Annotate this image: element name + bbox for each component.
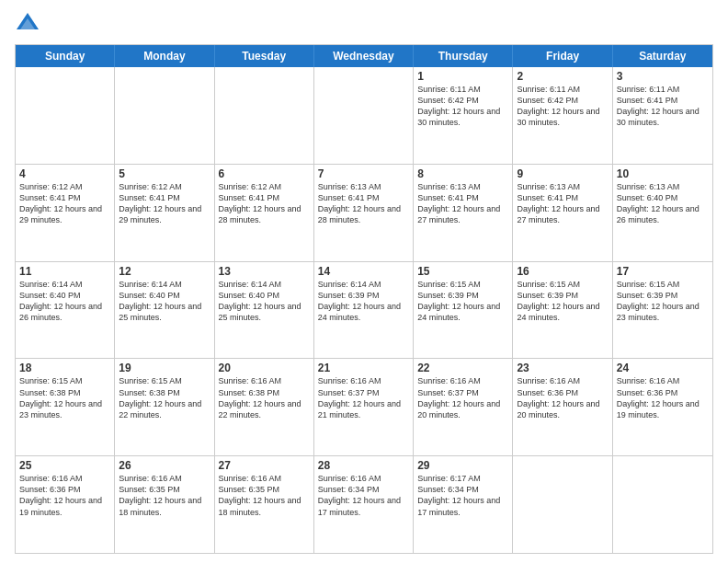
day-number: 5 [119, 167, 210, 180]
day-number: 22 [417, 362, 508, 374]
calendar-week-3: 11Sunrise: 6:14 AM Sunset: 6:40 PM Dayli… [16, 261, 712, 359]
calendar-day-14: 14Sunrise: 6:14 AM Sunset: 6:39 PM Dayli… [314, 262, 414, 359]
calendar-empty-cell [215, 67, 314, 164]
day-info: Sunrise: 6:16 AM Sunset: 6:35 PM Dayligh… [119, 473, 210, 518]
day-info: Sunrise: 6:15 AM Sunset: 6:39 PM Dayligh… [417, 279, 508, 324]
calendar-week-4: 18Sunrise: 6:15 AM Sunset: 6:38 PM Dayli… [16, 358, 712, 455]
day-number: 20 [219, 362, 310, 374]
day-info: Sunrise: 6:16 AM Sunset: 6:36 PM Dayligh… [517, 375, 608, 420]
day-number: 15 [417, 265, 508, 278]
day-info: Sunrise: 6:14 AM Sunset: 6:40 PM Dayligh… [19, 279, 110, 324]
day-number: 13 [219, 265, 310, 278]
day-number: 25 [19, 459, 110, 472]
calendar-day-21: 21Sunrise: 6:16 AM Sunset: 6:37 PM Dayli… [314, 359, 414, 455]
page: SundayMondayTuesdayWednesdayThursdayFrid… [0, 0, 728, 563]
calendar-day-15: 15Sunrise: 6:15 AM Sunset: 6:39 PM Dayli… [414, 262, 513, 359]
day-info: Sunrise: 6:11 AM Sunset: 6:41 PM Dayligh… [617, 84, 709, 129]
logo-icon [15, 11, 40, 37]
day-number: 18 [19, 362, 110, 374]
calendar-empty-cell [613, 456, 712, 553]
calendar-day-16: 16Sunrise: 6:15 AM Sunset: 6:39 PM Dayli… [513, 262, 612, 359]
header-day-tuesday: Tuesday [215, 45, 314, 67]
calendar-day-13: 13Sunrise: 6:14 AM Sunset: 6:40 PM Dayli… [215, 262, 314, 359]
calendar-week-1: 1Sunrise: 6:11 AM Sunset: 6:42 PM Daylig… [16, 67, 712, 164]
day-number: 8 [417, 167, 508, 180]
day-info: Sunrise: 6:15 AM Sunset: 6:38 PM Dayligh… [119, 375, 210, 420]
calendar-day-26: 26Sunrise: 6:16 AM Sunset: 6:35 PM Dayli… [115, 456, 214, 553]
calendar-day-18: 18Sunrise: 6:15 AM Sunset: 6:38 PM Dayli… [16, 359, 115, 455]
day-number: 19 [119, 362, 210, 374]
logo [15, 11, 44, 37]
calendar-week-2: 4Sunrise: 6:12 AM Sunset: 6:41 PM Daylig… [16, 164, 712, 261]
header-day-sunday: Sunday [16, 45, 115, 67]
day-number: 29 [417, 459, 508, 472]
day-info: Sunrise: 6:12 AM Sunset: 6:41 PM Dayligh… [19, 181, 110, 226]
day-info: Sunrise: 6:12 AM Sunset: 6:41 PM Dayligh… [219, 181, 310, 226]
day-info: Sunrise: 6:13 AM Sunset: 6:41 PM Dayligh… [318, 181, 409, 226]
header-day-saturday: Saturday [613, 45, 712, 67]
day-info: Sunrise: 6:16 AM Sunset: 6:37 PM Dayligh… [417, 375, 508, 420]
calendar-empty-cell [513, 456, 612, 553]
header-day-wednesday: Wednesday [314, 45, 414, 67]
day-info: Sunrise: 6:11 AM Sunset: 6:42 PM Dayligh… [517, 84, 608, 129]
day-number: 17 [617, 265, 709, 278]
day-info: Sunrise: 6:14 AM Sunset: 6:40 PM Dayligh… [219, 279, 310, 324]
calendar-day-24: 24Sunrise: 6:16 AM Sunset: 6:36 PM Dayli… [613, 359, 712, 455]
calendar-empty-cell [314, 67, 414, 164]
day-number: 3 [617, 70, 709, 83]
day-number: 21 [318, 362, 409, 374]
calendar: SundayMondayTuesdayWednesdayThursdayFrid… [15, 44, 713, 554]
calendar-empty-cell [115, 67, 214, 164]
day-number: 12 [119, 265, 210, 278]
day-number: 10 [617, 167, 709, 180]
calendar-day-19: 19Sunrise: 6:15 AM Sunset: 6:38 PM Dayli… [115, 359, 214, 455]
header-day-monday: Monday [115, 45, 214, 67]
day-number: 1 [417, 70, 508, 83]
calendar-day-27: 27Sunrise: 6:16 AM Sunset: 6:35 PM Dayli… [215, 456, 314, 553]
calendar-day-8: 8Sunrise: 6:13 AM Sunset: 6:41 PM Daylig… [414, 165, 513, 261]
calendar-day-29: 29Sunrise: 6:17 AM Sunset: 6:34 PM Dayli… [414, 456, 513, 553]
calendar-day-9: 9Sunrise: 6:13 AM Sunset: 6:41 PM Daylig… [513, 165, 612, 261]
day-info: Sunrise: 6:14 AM Sunset: 6:40 PM Dayligh… [119, 279, 210, 324]
calendar-day-17: 17Sunrise: 6:15 AM Sunset: 6:39 PM Dayli… [613, 262, 712, 359]
day-number: 26 [119, 459, 210, 472]
day-number: 6 [219, 167, 310, 180]
day-info: Sunrise: 6:13 AM Sunset: 6:40 PM Dayligh… [617, 181, 709, 226]
calendar-empty-cell [16, 67, 115, 164]
header-day-thursday: Thursday [414, 45, 513, 67]
day-info: Sunrise: 6:17 AM Sunset: 6:34 PM Dayligh… [417, 473, 508, 518]
day-info: Sunrise: 6:16 AM Sunset: 6:38 PM Dayligh… [219, 375, 310, 420]
calendar-day-11: 11Sunrise: 6:14 AM Sunset: 6:40 PM Dayli… [16, 262, 115, 359]
calendar-day-5: 5Sunrise: 6:12 AM Sunset: 6:41 PM Daylig… [115, 165, 214, 261]
day-number: 28 [318, 459, 409, 472]
day-number: 14 [318, 265, 409, 278]
calendar-day-25: 25Sunrise: 6:16 AM Sunset: 6:36 PM Dayli… [16, 456, 115, 553]
day-info: Sunrise: 6:15 AM Sunset: 6:39 PM Dayligh… [517, 279, 608, 324]
calendar-day-7: 7Sunrise: 6:13 AM Sunset: 6:41 PM Daylig… [314, 165, 414, 261]
day-info: Sunrise: 6:11 AM Sunset: 6:42 PM Dayligh… [417, 84, 508, 129]
calendar-day-3: 3Sunrise: 6:11 AM Sunset: 6:41 PM Daylig… [613, 67, 712, 164]
calendar-day-20: 20Sunrise: 6:16 AM Sunset: 6:38 PM Dayli… [215, 359, 314, 455]
day-info: Sunrise: 6:13 AM Sunset: 6:41 PM Dayligh… [517, 181, 608, 226]
calendar-day-2: 2Sunrise: 6:11 AM Sunset: 6:42 PM Daylig… [513, 67, 612, 164]
day-info: Sunrise: 6:14 AM Sunset: 6:39 PM Dayligh… [318, 279, 409, 324]
calendar-day-23: 23Sunrise: 6:16 AM Sunset: 6:36 PM Dayli… [513, 359, 612, 455]
calendar-day-12: 12Sunrise: 6:14 AM Sunset: 6:40 PM Dayli… [115, 262, 214, 359]
day-number: 7 [318, 167, 409, 180]
calendar-day-1: 1Sunrise: 6:11 AM Sunset: 6:42 PM Daylig… [414, 67, 513, 164]
calendar-day-6: 6Sunrise: 6:12 AM Sunset: 6:41 PM Daylig… [215, 165, 314, 261]
header-day-friday: Friday [513, 45, 612, 67]
day-number: 23 [517, 362, 608, 374]
day-number: 16 [517, 265, 608, 278]
day-number: 2 [517, 70, 608, 83]
day-info: Sunrise: 6:16 AM Sunset: 6:35 PM Dayligh… [219, 473, 310, 518]
day-info: Sunrise: 6:15 AM Sunset: 6:38 PM Dayligh… [19, 375, 110, 420]
calendar-body: 1Sunrise: 6:11 AM Sunset: 6:42 PM Daylig… [16, 67, 712, 553]
day-info: Sunrise: 6:16 AM Sunset: 6:36 PM Dayligh… [617, 375, 709, 420]
day-info: Sunrise: 6:15 AM Sunset: 6:39 PM Dayligh… [617, 279, 709, 324]
day-number: 9 [517, 167, 608, 180]
day-number: 24 [617, 362, 709, 374]
calendar-week-5: 25Sunrise: 6:16 AM Sunset: 6:36 PM Dayli… [16, 455, 712, 553]
day-info: Sunrise: 6:16 AM Sunset: 6:36 PM Dayligh… [19, 473, 110, 518]
calendar-header: SundayMondayTuesdayWednesdayThursdayFrid… [16, 45, 712, 67]
